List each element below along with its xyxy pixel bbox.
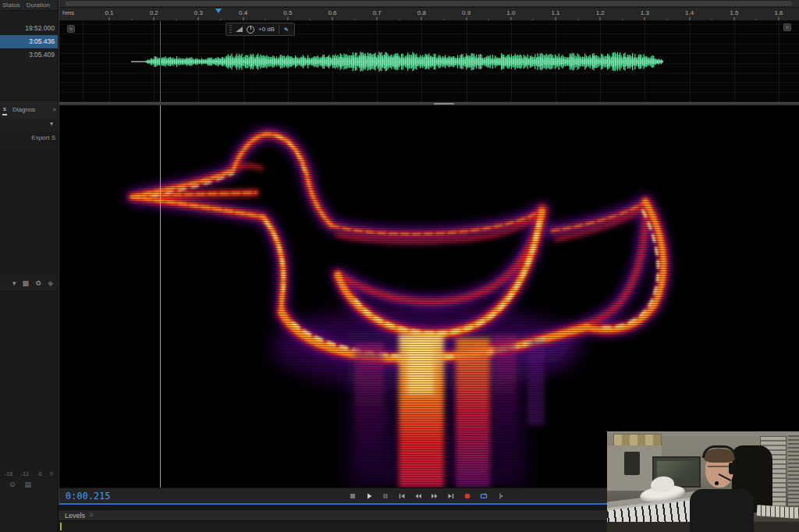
record-button[interactable] xyxy=(461,491,473,502)
more-icon[interactable]: ◆ xyxy=(48,279,53,287)
column-duration[interactable]: Duration xyxy=(27,2,50,9)
ruler-tick-mark xyxy=(287,17,288,20)
loop-playback-button[interactable] xyxy=(478,491,489,502)
skip-to-end-button[interactable] xyxy=(445,491,456,502)
loop-playback-icon xyxy=(480,492,488,500)
waveform-bars xyxy=(145,51,663,71)
volume-fader-icon[interactable] xyxy=(236,27,243,32)
fast-forward-button[interactable] xyxy=(428,491,440,502)
chart-icon[interactable]: ▩ xyxy=(23,279,30,287)
app-window: Status Duration 19:52.0003:05.4363:05.40… xyxy=(0,0,799,532)
bottom-toolbar: ⊙ ▤ xyxy=(0,478,58,491)
play-icon xyxy=(365,492,373,500)
panel-menu-icon[interactable]: ≡ xyxy=(90,512,94,519)
meter-scale: -18-12-60 xyxy=(0,469,58,478)
tab-overflow-icon[interactable]: » xyxy=(53,106,56,113)
divider xyxy=(279,25,279,34)
ruler-tick-mark xyxy=(779,17,779,20)
waveform-svg xyxy=(59,21,799,102)
ruler-minor-tick xyxy=(444,19,445,20)
menu-icon[interactable]: ▤ xyxy=(25,481,32,488)
ruler-tick-label: 0.1 xyxy=(105,9,113,16)
hud-volume-widget[interactable]: +0 dB ✒ xyxy=(225,23,295,36)
stop-button[interactable] xyxy=(346,491,358,502)
ruler-tick-mark xyxy=(154,17,154,20)
ruler-tick-mark xyxy=(332,17,333,20)
hud-grip-icon[interactable] xyxy=(229,25,232,34)
ruler-tick-label: 0.7 xyxy=(373,9,382,16)
pause-button[interactable] xyxy=(379,491,391,502)
webcam-person-body xyxy=(690,489,754,532)
ruler-minor-tick xyxy=(712,19,712,20)
fast-forward-icon xyxy=(431,492,439,500)
timeline-ruler[interactable]: hms 0.10.20.30.40.50.60.70.80.91.01.11.2… xyxy=(59,8,799,21)
ruler-tick-label: 0.3 xyxy=(194,9,203,16)
column-status[interactable]: Status xyxy=(2,2,20,9)
meter-scale-label: -18 xyxy=(5,471,12,477)
rewind-icon xyxy=(414,492,422,500)
ruler-tick-mark xyxy=(556,17,556,20)
playhead-caret[interactable] xyxy=(215,9,222,13)
ruler-minor-tick xyxy=(533,19,534,20)
skip-to-start-button[interactable] xyxy=(396,491,407,502)
file-row[interactable]: 3:05.436 xyxy=(0,35,58,48)
skip-cursor-icon xyxy=(496,492,504,500)
ruler-minor-tick xyxy=(488,19,489,20)
meter-scale-label: -12 xyxy=(21,471,29,477)
file-row[interactable]: 3:05.409 xyxy=(0,48,58,62)
ruler-tick-mark xyxy=(733,17,734,20)
ruler-minor-tick xyxy=(399,19,400,20)
record-icon xyxy=(463,492,471,500)
ruler-tick-label: 1.0 xyxy=(506,9,515,16)
webcam-scene xyxy=(607,431,799,532)
volume-knob-icon[interactable] xyxy=(247,26,254,34)
ruler-tick-mark xyxy=(421,17,422,20)
ruler-minor-tick xyxy=(131,19,132,20)
chevron-down-icon[interactable]: ▾ xyxy=(50,120,53,127)
stop-icon xyxy=(349,492,357,500)
time-display[interactable]: 0:00.215 xyxy=(59,491,111,502)
ruler-minor-tick xyxy=(221,19,222,20)
webcam-poster xyxy=(613,434,662,446)
ruler-minor-tick xyxy=(265,19,266,20)
sidebar-tab[interactable]: s xyxy=(2,104,7,115)
webcam-headset-earcup xyxy=(729,463,736,474)
pin-icon[interactable]: ✒ xyxy=(282,24,291,34)
ruler-minor-tick xyxy=(667,19,668,20)
ruler-minor-tick xyxy=(354,19,355,20)
ruler-tick-label: 1.3 xyxy=(641,9,649,16)
rewind-button[interactable] xyxy=(412,491,424,502)
files-list: 19:52.0003:05.4363:05.409 xyxy=(0,22,58,100)
panel-empty-area xyxy=(0,144,58,275)
waveform-playhead-line xyxy=(160,21,161,102)
meter-scale-label: -6 xyxy=(37,471,41,477)
target-icon[interactable]: ⊙ xyxy=(9,481,16,488)
meter-tick xyxy=(60,523,62,530)
ruler-minor-tick xyxy=(176,19,176,20)
ruler-tick-label: 0.9 xyxy=(462,9,471,16)
zoom-scrollbar[interactable] xyxy=(59,0,799,8)
ruler-tick-label: 1.1 xyxy=(551,9,559,16)
ruler-tick-label: 0.4 xyxy=(239,9,247,16)
ruler-tick-mark xyxy=(600,17,601,20)
dropdown-row: ▾ xyxy=(0,118,58,132)
splitter-handle[interactable] xyxy=(434,103,454,105)
transport-buttons xyxy=(346,491,506,502)
spectral-playhead-line xyxy=(160,105,161,488)
zoom-scrollbar-handle[interactable] xyxy=(66,2,792,5)
skip-cursor-button[interactable] xyxy=(494,491,506,502)
file-row[interactable]: 19:52.000 xyxy=(0,22,58,35)
ruler-tick-label: 1.2 xyxy=(596,9,605,16)
play-button[interactable] xyxy=(363,491,375,502)
levels-panel-title: Levels xyxy=(65,512,85,520)
chevron-down-icon[interactable]: ▾ xyxy=(12,279,16,287)
trash-icon[interactable]: ♻ xyxy=(35,279,41,287)
left-sidebar: Status Duration 19:52.0003:05.4363:05.40… xyxy=(0,0,59,532)
sidebar-tab[interactable]: Diagnos xyxy=(12,105,36,115)
export-settings-label[interactable]: Export S xyxy=(0,132,58,144)
webcam-rack-right xyxy=(788,433,799,519)
waveform-panel[interactable]: +0 dB ✒ xyxy=(59,21,799,102)
webcam-glasses xyxy=(708,466,731,471)
sidebar-tabstrip: sDiagnos» xyxy=(0,101,58,118)
ruler-minor-tick xyxy=(622,19,623,20)
